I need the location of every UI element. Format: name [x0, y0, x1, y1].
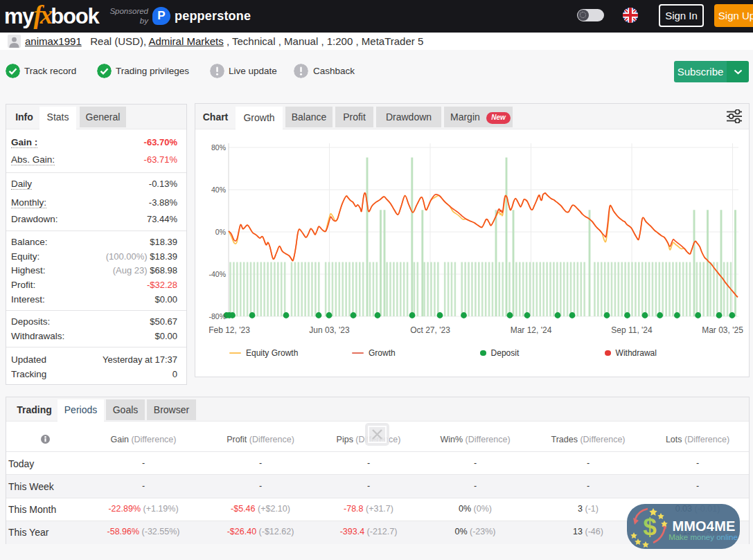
svg-text:0%: 0% — [215, 228, 226, 236]
svg-text:40%: 40% — [211, 186, 226, 194]
svg-text:Make money online: Make money online — [668, 533, 738, 541]
svg-text:Oct 27, '23: Oct 27, '23 — [410, 325, 450, 335]
svg-text:Sep 11, '24: Sep 11, '24 — [611, 325, 653, 335]
svg-text:Jun 03, '23: Jun 03, '23 — [309, 325, 350, 335]
svg-text:$: $ — [643, 513, 656, 540]
svg-text:-80%: -80% — [209, 312, 226, 320]
svg-text:Mar 03, '25: Mar 03, '25 — [702, 325, 743, 335]
svg-text:MMO4ME: MMO4ME — [672, 518, 735, 534]
svg-text:80%: 80% — [211, 143, 226, 152]
svg-text:-40%: -40% — [209, 270, 226, 278]
svg-text:Mar 12, '24: Mar 12, '24 — [511, 325, 552, 335]
svg-text:Feb 12, '23: Feb 12, '23 — [209, 325, 250, 335]
